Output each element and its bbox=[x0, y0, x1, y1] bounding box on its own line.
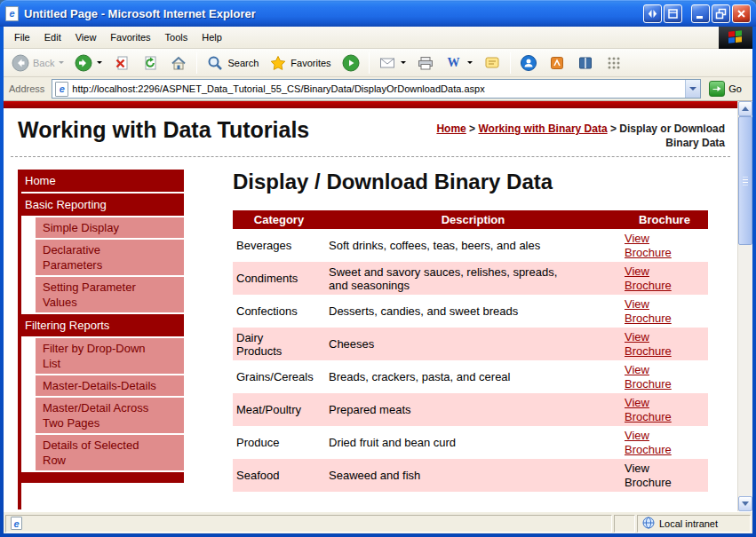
categories-table: Category Description Brochure Beverages … bbox=[233, 210, 708, 492]
messenger-button[interactable] bbox=[515, 52, 542, 74]
category-cell: Confections bbox=[233, 295, 325, 328]
table-row: Beverages Soft drinks, coffees, teas, be… bbox=[233, 229, 708, 262]
browser-viewport: Working with Data Tutorials Home > Worki… bbox=[4, 101, 752, 511]
menu-file[interactable]: File bbox=[7, 28, 37, 47]
refresh-button[interactable] bbox=[137, 52, 163, 74]
view-brochure-link[interactable]: View Brochure bbox=[625, 265, 680, 293]
sidebar-item-simple-display[interactable]: Simple Display bbox=[36, 217, 184, 238]
brochure-cell: View Brochure bbox=[621, 262, 708, 295]
back-dropdown-icon[interactable] bbox=[59, 61, 64, 64]
category-cell: Dairy Products bbox=[233, 328, 325, 360]
category-cell: Seafood bbox=[233, 459, 325, 492]
breadcrumb: Home > Working with Binary Data > Displa… bbox=[414, 117, 725, 150]
breadcrumb-separator: > bbox=[610, 122, 617, 135]
sidebar-item-basic-reporting[interactable]: Basic Reporting bbox=[18, 193, 184, 216]
mail-button[interactable] bbox=[374, 52, 410, 74]
back-button[interactable]: Back bbox=[7, 52, 68, 74]
tools-extra-button[interactable] bbox=[572, 52, 599, 74]
category-cell: Produce bbox=[233, 426, 325, 459]
menu-favorites[interactable]: Favorites bbox=[103, 28, 157, 47]
word-glyph: W bbox=[448, 56, 460, 70]
breadcrumb-link-section[interactable]: Working with Binary Data bbox=[478, 122, 607, 135]
sidebar-item-master-detail-across-two-pages[interactable]: Master/Detail Across Two Pages bbox=[36, 398, 184, 433]
mail-dropdown-icon[interactable] bbox=[401, 61, 406, 64]
window-extra-button-2-icon[interactable] bbox=[664, 4, 682, 23]
sidebar-item-filter-by-drop-down-list[interactable]: Filter by Drop-Down List bbox=[36, 338, 184, 374]
brochure-cell: View Brochure bbox=[621, 426, 708, 459]
menu-help[interactable]: Help bbox=[195, 28, 229, 47]
description-cell: Cheeses bbox=[325, 328, 621, 360]
search-label: Search bbox=[227, 58, 259, 68]
status-message-panel: e bbox=[5, 515, 612, 533]
window-extra-button-1-icon[interactable] bbox=[643, 4, 662, 23]
window-title: Untitled Page - Microsoft Internet Explo… bbox=[24, 7, 256, 20]
sidebar-item-partial[interactable] bbox=[18, 472, 184, 483]
address-dropdown-button[interactable] bbox=[685, 80, 700, 98]
edit-dropdown-icon[interactable] bbox=[467, 61, 473, 64]
stop-button[interactable] bbox=[108, 52, 135, 74]
web-page: Working with Data Tutorials Home > Worki… bbox=[4, 101, 737, 511]
restore-button[interactable] bbox=[712, 4, 730, 23]
breadcrumb-separator: > bbox=[469, 122, 475, 135]
research-icon bbox=[548, 54, 566, 72]
sidebar-item-home[interactable]: Home bbox=[18, 170, 184, 192]
breadcrumb-link-home[interactable]: Home bbox=[436, 122, 466, 135]
view-brochure-link[interactable]: View Brochure bbox=[625, 297, 680, 326]
scrollbar-track[interactable] bbox=[738, 116, 752, 496]
browser-window: e Untitled Page - Microsoft Internet Exp… bbox=[0, 0, 756, 537]
category-cell: Grains/Cereals bbox=[233, 360, 325, 393]
view-brochure-link[interactable]: View Brochure bbox=[625, 330, 680, 359]
print-button[interactable] bbox=[412, 52, 439, 74]
view-brochure-link[interactable]: View Brochure bbox=[625, 363, 680, 391]
go-arrow-icon bbox=[709, 81, 725, 97]
scroll-down-button[interactable] bbox=[738, 496, 752, 511]
search-button[interactable]: Search bbox=[202, 52, 263, 74]
description-cell: Dried fruit and bean curd bbox=[325, 426, 621, 459]
view-brochure-link[interactable]: View Brochure bbox=[625, 429, 680, 457]
table-row: Meat/Poultry Prepared meats View Brochur… bbox=[233, 393, 708, 426]
sidebar-item-details-of-selected-row[interactable]: Details of Selected Row bbox=[36, 435, 184, 470]
throbber-panel bbox=[719, 27, 752, 49]
table-row: Seafood Seaweed and fish View Brochure bbox=[233, 459, 708, 492]
view-brochure-link[interactable]: View Brochure bbox=[625, 232, 680, 260]
address-input[interactable]: e http://localhost:2296/ASPNET_Data_Tuto… bbox=[52, 79, 701, 99]
messenger-icon bbox=[520, 54, 537, 72]
page-title: Display / Download Binary Data bbox=[233, 170, 737, 194]
brochure-cell: View Brochure bbox=[621, 360, 708, 393]
home-button[interactable] bbox=[165, 52, 192, 74]
research-button[interactable] bbox=[544, 52, 570, 74]
scroll-down-arrow-icon bbox=[742, 501, 749, 506]
title-bar[interactable]: e Untitled Page - Microsoft Internet Exp… bbox=[0, 0, 756, 27]
scroll-up-button[interactable] bbox=[738, 101, 752, 116]
media-icon bbox=[342, 54, 360, 72]
menu-view[interactable]: View bbox=[68, 28, 104, 47]
view-brochure-link[interactable]: View Brochure bbox=[625, 396, 680, 424]
print-icon bbox=[417, 54, 434, 72]
view-brochure-text: View Brochure bbox=[625, 462, 680, 490]
menu-tools[interactable]: Tools bbox=[158, 28, 195, 47]
description-cell: Breads, crackers, pasta, and cereal bbox=[325, 360, 621, 393]
minimize-button[interactable] bbox=[691, 4, 710, 23]
table-row: Condiments Sweet and savory sauces, reli… bbox=[233, 262, 708, 295]
edit-button[interactable]: W bbox=[441, 52, 477, 74]
forward-dropdown-icon[interactable] bbox=[97, 61, 102, 64]
scrollbar-thumb[interactable] bbox=[738, 116, 752, 245]
address-bar: Address e http://localhost:2296/ASPNET_D… bbox=[4, 77, 752, 101]
sidebar-item-master-details-details[interactable]: Master-Details-Details bbox=[36, 375, 184, 396]
table-row: Dairy Products Cheeses View Brochure bbox=[233, 328, 708, 360]
vertical-scrollbar[interactable] bbox=[737, 101, 752, 511]
mail-icon bbox=[378, 54, 396, 72]
sidebar-item-declarative-parameters[interactable]: Declarative Parameters bbox=[36, 240, 184, 275]
sidebar-item-setting-parameter-values[interactable]: Setting Parameter Values bbox=[36, 277, 184, 312]
close-button[interactable] bbox=[732, 4, 751, 23]
grid-button[interactable] bbox=[601, 52, 627, 74]
media-button[interactable] bbox=[338, 52, 364, 74]
sidebar-item-filtering-reports[interactable]: Filtering Reports bbox=[18, 314, 184, 336]
discuss-button[interactable] bbox=[479, 52, 505, 74]
favorites-button[interactable]: Favorites bbox=[265, 52, 335, 74]
book-icon bbox=[577, 54, 594, 72]
menu-edit[interactable]: Edit bbox=[37, 28, 68, 47]
forward-button[interactable] bbox=[70, 52, 107, 74]
standard-toolbar: Back Searc bbox=[4, 49, 752, 77]
go-button[interactable]: Go bbox=[706, 80, 749, 98]
